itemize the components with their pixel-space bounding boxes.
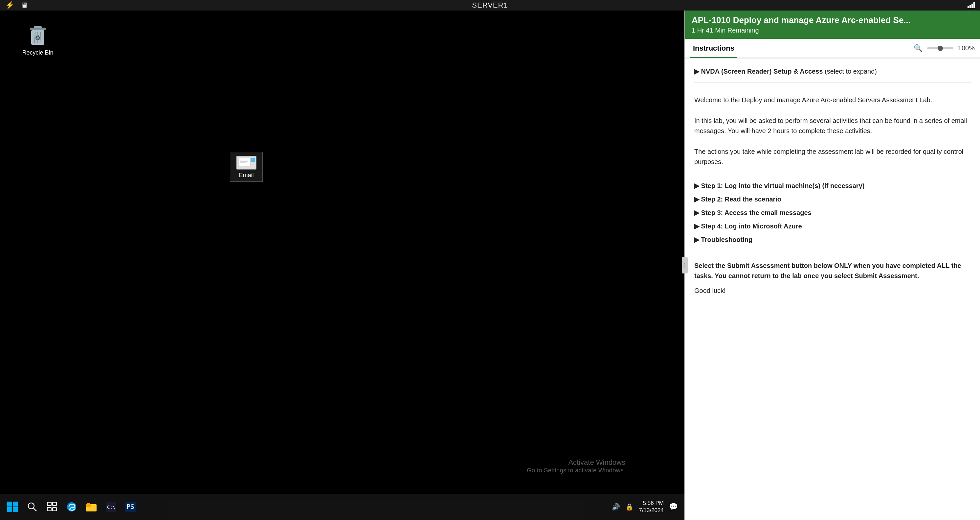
svg-rect-13 — [7, 502, 12, 507]
submit-note: Select the Submit Assessment button belo… — [694, 261, 971, 281]
right-panel: APL-1010 Deploy and manage Azure Arc-ena… — [684, 11, 980, 520]
step-2[interactable]: ▶ Step 2: Read the scenario — [694, 194, 971, 204]
recycle-bin-label: Recycle Bin — [22, 49, 53, 56]
taskbar-time: 5:56 PM — [639, 499, 664, 507]
svg-rect-1 — [34, 26, 42, 28]
panel-tabs: Instructions 🔍 100% — [685, 39, 980, 59]
panel-drag-handle[interactable] — [682, 257, 688, 273]
network-icon[interactable]: 🔊 — [612, 503, 620, 511]
top-bar: ⚡ 🖥 SERVER1 — [0, 0, 980, 11]
taskbar: C:\ PS 🔊 🔒 5:56 PM 7/13/2024 — [0, 494, 684, 520]
welcome-para-1: Welcome to the Deploy and manage Azure A… — [694, 95, 971, 105]
svg-rect-8 — [239, 158, 250, 167]
recycle-bin-icon[interactable]: ♻ Recycle Bin — [20, 24, 56, 56]
volume-icon[interactable]: 🔒 — [625, 503, 633, 511]
lightning-icon: ⚡ — [5, 1, 14, 10]
step-4[interactable]: ▶ Step 4: Log into Microsoft Azure — [694, 221, 971, 231]
svg-rect-15 — [7, 507, 12, 512]
notification-icon[interactable]: 💬 — [669, 502, 678, 511]
file-explorer-button[interactable] — [82, 498, 100, 516]
svg-rect-14 — [13, 502, 18, 507]
activate-line1: Activate Windows — [527, 458, 625, 467]
zoom-slider[interactable] — [927, 47, 953, 49]
step-troubleshooting[interactable]: ▶ Troubleshooting — [694, 235, 971, 245]
nvda-expand-button[interactable]: ▶ NVDA (Screen Reader) Setup & Access (s… — [694, 66, 971, 77]
svg-rect-26 — [87, 503, 90, 505]
activate-line2: Go to Settings to activate Windows. — [527, 467, 625, 474]
svg-rect-22 — [52, 507, 56, 511]
taskbar-search-button[interactable] — [23, 498, 41, 516]
taskbar-clock: 5:56 PM 7/13/2024 — [639, 499, 664, 514]
taskbar-right: 🔊 🔒 5:56 PM 7/13/2024 💬 — [612, 499, 681, 514]
svg-text:PS: PS — [126, 502, 134, 510]
tab-instructions[interactable]: Instructions — [690, 40, 737, 58]
email-label: Email — [239, 172, 253, 179]
lab-title: APL-1010 Deploy and manage Azure Arc-ena… — [692, 15, 974, 25]
svg-rect-21 — [47, 507, 51, 511]
monitor-icon: 🖥 — [21, 1, 28, 10]
welcome-para-2: In this lab, you will be asked to perfor… — [694, 116, 971, 136]
svg-rect-19 — [47, 502, 51, 506]
welcome-para-3: The actions you take while completing th… — [694, 147, 971, 167]
zoom-thumb — [938, 46, 943, 51]
svg-line-18 — [33, 508, 37, 511]
svg-rect-20 — [52, 502, 56, 506]
signal-icon — [967, 2, 975, 8]
search-icon[interactable]: 🔍 — [914, 44, 923, 53]
panel-header: APL-1010 Deploy and manage Azure Arc-ena… — [685, 11, 980, 39]
desktop: ♻ Recycle Bin — [0, 11, 684, 520]
divider-1 — [694, 89, 971, 89]
main-area: ♻ Recycle Bin — [0, 11, 980, 520]
email-svg — [236, 155, 257, 171]
svg-point-17 — [28, 503, 34, 509]
zoom-percent: 100% — [958, 45, 975, 52]
cmd-button[interactable]: C:\ — [102, 498, 120, 516]
time-remaining: 1 Hr 41 Min Remaining — [692, 27, 974, 34]
svg-rect-12 — [251, 158, 255, 161]
svg-rect-16 — [13, 507, 18, 512]
svg-text:C:\: C:\ — [107, 504, 115, 510]
start-button[interactable] — [3, 498, 22, 516]
activate-windows-watermark: Activate Windows Go to Settings to activ… — [527, 458, 625, 474]
taskbar-date: 7/13/2024 — [639, 507, 664, 514]
powershell-button[interactable]: PS — [121, 498, 140, 516]
recycle-bin-svg: ♻ — [26, 24, 49, 47]
tab-search-area: 🔍 100% — [914, 44, 975, 53]
server-title: SERVER1 — [472, 1, 508, 10]
nvda-suffix: (select to expand) — [825, 68, 877, 75]
step-1[interactable]: ▶ Step 1: Log into the virtual machine(s… — [694, 181, 971, 191]
step-3[interactable]: ▶ Step 3: Access the email messages — [694, 208, 971, 218]
task-view-button[interactable] — [43, 498, 61, 516]
edge-browser-button[interactable] — [62, 498, 81, 516]
good-luck: Good luck! — [694, 286, 971, 296]
email-desktop-icon[interactable]: Email — [230, 152, 263, 182]
nvda-section: ▶ NVDA (Screen Reader) Setup & Access (s… — [694, 66, 971, 83]
panel-content: ▶ NVDA (Screen Reader) Setup & Access (s… — [685, 59, 980, 520]
